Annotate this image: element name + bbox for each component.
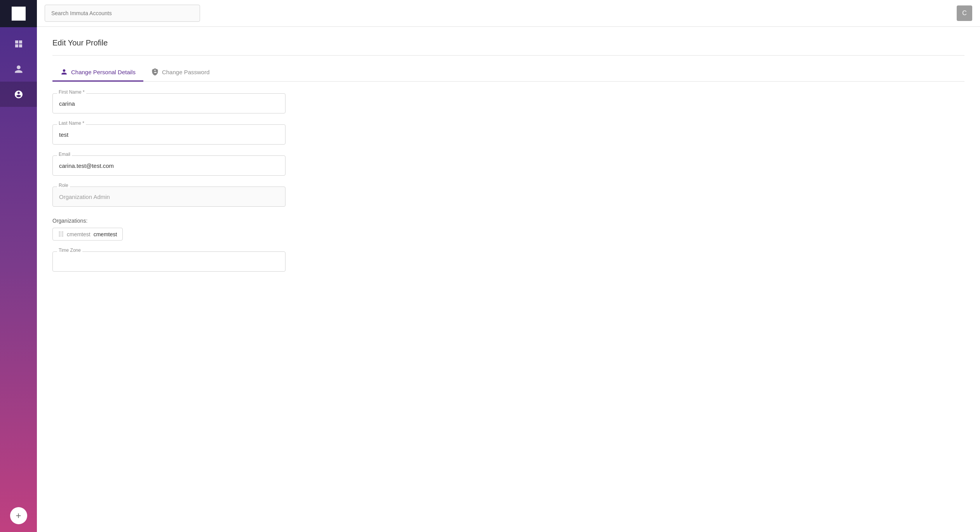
org-tag-text: cmemtest [67,231,91,237]
org-icon: ☷ [58,230,64,238]
organizations-label: Organizations: [52,218,285,224]
tabs: Change Personal Details Change Password [52,63,964,82]
app-logo-icon [12,7,26,21]
last-name-group: Last Name * [52,124,285,145]
plus-icon: + [16,510,21,521]
sidebar-item-users[interactable] [0,56,37,82]
user-avatar[interactable]: C [957,5,972,21]
person-icon [14,65,23,74]
tab-change-password-label: Change Password [162,69,210,75]
role-label: Role [57,183,70,188]
form-section: First Name * Last Name * Email Role Orga… [52,93,285,272]
page-title: Edit Your Profile [52,38,964,47]
person-badge-icon [60,68,68,76]
main-content: C Edit Your Profile Change Personal Deta… [37,0,980,532]
tab-personal-details-label: Change Personal Details [71,69,136,75]
svg-rect-2 [14,14,18,17]
last-name-label: Last Name * [57,120,86,126]
first-name-group: First Name * [52,93,285,113]
org-tag-display: cmemtest [94,231,117,237]
role-group: Role [52,187,285,207]
person-circle-icon [14,90,23,99]
first-name-label: First Name * [57,89,86,95]
email-input[interactable] [52,155,285,176]
svg-rect-1 [19,10,23,13]
sidebar-item-profile[interactable] [0,82,37,107]
timezone-label: Time Zone [57,248,82,253]
timezone-input[interactable] [52,251,285,272]
svg-rect-3 [19,14,23,17]
sidebar: + [0,0,37,532]
organizations-section: Organizations: ☷ cmemtest cmemtest [52,218,285,241]
sidebar-nav [0,27,37,507]
page-content: Edit Your Profile Change Personal Detail… [37,27,980,532]
sidebar-logo [0,0,37,27]
tab-change-password[interactable]: Change Password [143,63,218,82]
divider [52,55,964,56]
role-input [52,187,285,207]
tab-personal-details[interactable]: Change Personal Details [52,63,143,82]
email-label: Email [57,152,72,157]
grid-icon [14,39,23,49]
first-name-input[interactable] [52,93,285,113]
header: C [37,0,980,27]
shield-icon [151,68,159,76]
svg-rect-0 [14,10,18,13]
email-group: Email [52,155,285,176]
sidebar-item-dashboard[interactable] [0,31,37,56]
search-input[interactable] [45,5,200,22]
timezone-group: Time Zone [52,251,285,272]
add-button[interactable]: + [10,507,27,524]
org-tag: ☷ cmemtest cmemtest [52,228,123,241]
last-name-input[interactable] [52,124,285,145]
